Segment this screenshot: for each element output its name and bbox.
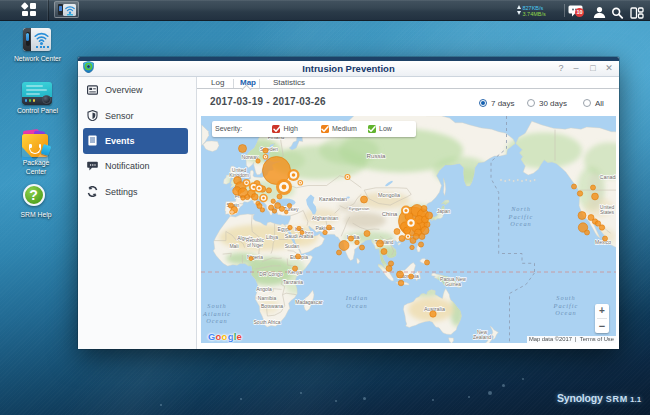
svg-text:Australia: Australia [424, 306, 445, 312]
svg-text:South: South [556, 294, 575, 301]
svg-text:South Africa: South Africa [254, 319, 281, 325]
svg-text:Russia: Russia [367, 152, 386, 159]
svg-text:Angola: Angola [256, 286, 272, 292]
svg-text:Zealand: Zealand [473, 334, 491, 340]
svg-text:Mali: Mali [229, 243, 238, 249]
svg-text:Canada: Canada [600, 174, 616, 180]
svg-text:South: South [207, 302, 226, 309]
svg-text:of Niger: of Niger [247, 243, 264, 248]
svg-text:Pacific: Pacific [508, 213, 534, 220]
svg-text:Mongolia: Mongolia [378, 192, 400, 198]
svg-text:Indian: Indian [345, 294, 368, 301]
svg-text:Ocean: Ocean [555, 309, 576, 316]
svg-text:Atlantic: Atlantic [202, 310, 231, 317]
svg-text:Kazakhstan: Kazakhstan [319, 196, 347, 202]
svg-text:Afghanistan: Afghanistan [312, 215, 339, 221]
svg-text:Pacific: Pacific [553, 302, 579, 309]
svg-text:Tanzania: Tanzania [283, 279, 303, 285]
svg-text:DR Congo: DR Congo [259, 271, 283, 277]
svg-text:North: North [510, 205, 531, 212]
svg-text:Japan: Japan [437, 208, 451, 214]
svg-text:Sudan: Sudan [285, 243, 300, 249]
svg-text:States: States [600, 209, 615, 215]
svg-text:Madagascar: Madagascar [295, 299, 323, 305]
svg-text:Ocean: Ocean [206, 317, 227, 324]
svg-text:Guinea: Guinea [445, 281, 461, 287]
svg-text:Botswana: Botswana [261, 303, 283, 309]
svg-text:Namibia: Namibia [258, 295, 277, 301]
svg-text:Kyrgyzstan: Kyrgyzstan [349, 206, 370, 211]
svg-text:Ocean: Ocean [346, 302, 367, 309]
svg-text:Ocean: Ocean [510, 220, 531, 227]
svg-text:Saudi Arabia: Saudi Arabia [285, 233, 314, 239]
svg-text:China: China [382, 211, 398, 217]
svg-text:Libya: Libya [266, 234, 278, 240]
